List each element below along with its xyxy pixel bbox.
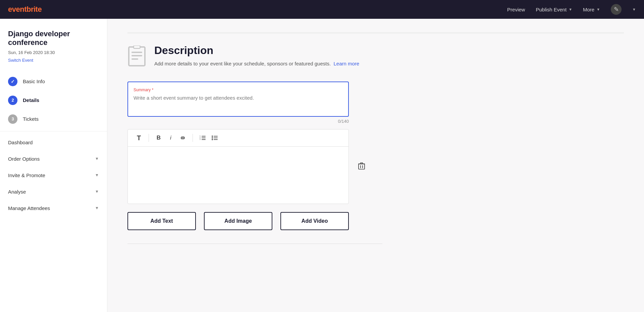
- section-desc-text: Add more details to your event like your…: [154, 61, 331, 66]
- more-chevron-icon: ▼: [596, 7, 600, 11]
- bottom-divider: [127, 244, 382, 244]
- learn-more-link[interactable]: Learn more: [333, 61, 359, 66]
- toolbar-group-list: 1 2 3: [197, 132, 220, 144]
- analyse-label: Analyse: [8, 189, 26, 195]
- toolbar-unordered-list-button[interactable]: [209, 132, 220, 144]
- toolbar-link-button[interactable]: [177, 132, 189, 144]
- event-title: Django developer conference: [0, 30, 107, 47]
- sidebar-item-dashboard[interactable]: Dashboard: [0, 134, 107, 151]
- add-image-button[interactable]: Add Image: [204, 212, 272, 230]
- sidebar-item-manage-attendees[interactable]: Manage Attendees ▼: [0, 200, 107, 216]
- section-title: Description: [154, 44, 359, 57]
- event-date: Sun, 16 Feb 2020 18:30: [0, 50, 107, 55]
- svg-point-16: [212, 137, 213, 139]
- summary-input[interactable]: [133, 94, 343, 109]
- sidebar-item-tickets[interactable]: 3 Tickets: [0, 110, 107, 128]
- step-3-number: 3: [11, 116, 14, 121]
- toolbar-separator-2: [193, 134, 193, 142]
- page-layout: Django developer conference Sun, 16 Feb …: [0, 19, 644, 312]
- dashboard-label: Dashboard: [8, 140, 33, 145]
- main-content: Description Add more details to your eve…: [107, 19, 644, 312]
- required-star: *: [151, 88, 153, 92]
- toolbar-italic-button[interactable]: i: [165, 132, 176, 144]
- analyse-chevron-icon: ▼: [95, 189, 99, 194]
- sidebar-item-analyse[interactable]: Analyse ▼: [0, 184, 107, 200]
- svg-point-17: [212, 139, 213, 140]
- invite-promote-chevron-icon: ▼: [95, 173, 99, 177]
- step-1-badge: [8, 77, 17, 86]
- eventbrite-logo[interactable]: eventbrite: [8, 5, 42, 14]
- toolbar-ordered-list-button[interactable]: 1 2 3: [197, 132, 208, 144]
- add-text-button[interactable]: Add Text: [127, 212, 196, 230]
- summary-label-text: Summary: [133, 88, 151, 92]
- top-navigation: eventbrite Preview Publish Event ▼ More …: [0, 0, 644, 19]
- avatar-chevron-icon: ▼: [632, 7, 636, 11]
- manage-attendees-label: Manage Attendees: [8, 205, 50, 211]
- switch-event-link[interactable]: Switch Event: [0, 58, 107, 63]
- publish-chevron-icon: ▼: [569, 7, 572, 11]
- topnav-right: Preview Publish Event ▼ More ▼ ✎ ▼: [507, 4, 636, 15]
- publish-label: Publish Event: [536, 7, 567, 12]
- delete-block-button[interactable]: [358, 162, 365, 171]
- toolbar-text-size-button[interactable]: T: [133, 132, 145, 144]
- tickets-label: Tickets: [23, 116, 39, 122]
- add-video-button[interactable]: Add Video: [280, 212, 349, 230]
- editor-body[interactable]: [128, 147, 348, 204]
- invite-promote-label: Invite & Promote: [8, 172, 45, 178]
- svg-text:3: 3: [200, 138, 201, 140]
- editor-toolbar: T B i: [128, 129, 348, 147]
- more-label: More: [583, 7, 594, 12]
- svg-rect-18: [359, 164, 365, 169]
- step-2-number: 2: [11, 98, 14, 103]
- user-avatar[interactable]: ✎: [611, 4, 622, 15]
- order-options-chevron-icon: ▼: [95, 156, 99, 161]
- manage-attendees-chevron-icon: ▼: [95, 206, 99, 210]
- summary-label: Summary *: [133, 88, 343, 92]
- top-divider: [127, 32, 624, 34]
- preview-label: Preview: [507, 7, 525, 12]
- publish-event-button[interactable]: Publish Event ▼: [536, 7, 572, 12]
- order-options-label: Order Options: [8, 156, 40, 162]
- sidebar: Django developer conference Sun, 16 Feb …: [0, 19, 107, 312]
- step-2-badge: 2: [8, 96, 17, 105]
- rich-text-editor: T B i: [127, 129, 349, 204]
- svg-rect-5: [133, 46, 140, 48]
- add-content-buttons: Add Text Add Image Add Video: [127, 212, 349, 230]
- basic-info-label: Basic Info: [23, 79, 45, 84]
- details-label: Details: [23, 97, 39, 103]
- summary-field-container: Summary *: [127, 82, 349, 117]
- sidebar-item-invite-promote[interactable]: Invite & Promote ▼: [0, 167, 107, 184]
- section-text: Description Add more details to your eve…: [154, 44, 359, 68]
- toolbar-separator-1: [149, 134, 149, 142]
- toolbar-group-text: T: [133, 132, 145, 144]
- sidebar-item-basic-info[interactable]: Basic Info: [0, 72, 107, 91]
- sidebar-divider: [0, 131, 107, 132]
- section-header: Description Add more details to your eve…: [127, 44, 624, 71]
- step-3-badge: 3: [8, 114, 17, 124]
- more-button[interactable]: More ▼: [583, 7, 600, 12]
- preview-button[interactable]: Preview: [507, 7, 525, 12]
- svg-point-15: [212, 136, 213, 137]
- description-icon: [127, 46, 146, 71]
- editor-wrapper: T B i: [127, 129, 349, 204]
- sidebar-item-order-options[interactable]: Order Options ▼: [0, 151, 107, 167]
- sidebar-item-details[interactable]: 2 Details: [0, 91, 107, 110]
- summary-counter: 0/140: [127, 119, 349, 124]
- section-description: Add more details to your event like your…: [154, 60, 359, 68]
- toolbar-group-format: B i: [153, 132, 189, 144]
- toolbar-bold-button[interactable]: B: [153, 132, 164, 144]
